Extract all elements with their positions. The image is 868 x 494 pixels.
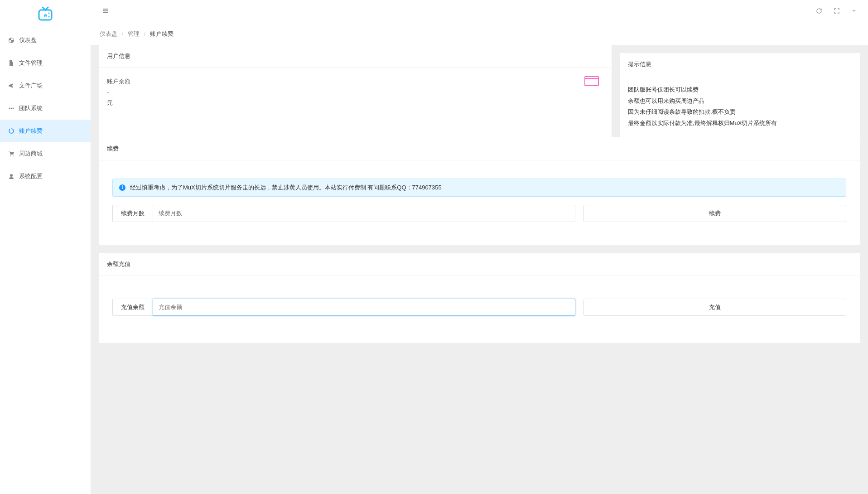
svg-point-2 (48, 13, 50, 14)
sidebar-item-label: 仪表盘 (19, 36, 37, 44)
svg-point-6 (13, 108, 14, 109)
sidebar-item-config[interactable]: 系统配置 (0, 165, 91, 188)
alert-info: i 经过慎重考虑，为了MuX切片系统切片服务走的长远，禁止涉黄人员使用。本站实行… (112, 179, 846, 197)
svg-point-7 (10, 155, 11, 156)
amount-input[interactable] (153, 299, 575, 316)
svg-point-4 (9, 108, 10, 109)
svg-point-8 (13, 155, 14, 156)
info-icon: i (119, 184, 125, 191)
share-icon (8, 82, 14, 89)
user-info-title: 用户信息 (99, 45, 612, 68)
fullscreen-icon[interactable] (834, 8, 840, 15)
sidebar-item-square[interactable]: 文件广场 (0, 74, 91, 97)
renew-title: 续费 (99, 137, 860, 160)
svg-text:e: e (44, 12, 47, 19)
sidebar-item-dashboard[interactable]: 仪表盘 (0, 29, 91, 52)
months-label: 续费月数 (112, 205, 153, 222)
tip-line: 最终金额以实际付款为准,最终解释权归MuX切片系统所有 (628, 118, 852, 129)
tip-line: 因为未仔细阅读条款导致的扣款,概不负责 (628, 107, 852, 118)
breadcrumb-current: 账户续费 (150, 30, 174, 37)
menu-toggle-icon[interactable] (102, 7, 109, 16)
breadcrumb-item[interactable]: 仪表盘 (100, 30, 117, 37)
recharge-button[interactable]: 充值 (583, 299, 846, 316)
sidebar-item-label: 团队系统 (19, 104, 43, 112)
svg-point-3 (48, 16, 50, 18)
tip-line: 余额也可以用来购买周边产品 (628, 96, 852, 107)
svg-point-9 (10, 174, 13, 177)
balance-label: 账户余额 (107, 76, 130, 87)
sidebar-item-label: 账户续费 (19, 127, 43, 135)
amount-label: 充值余额 (112, 299, 153, 316)
ellipsis-icon (8, 105, 14, 111)
sidebar-item-files[interactable]: 文件管理 (0, 52, 91, 74)
file-icon (8, 60, 14, 66)
sidebar-item-team[interactable]: 团队系统 (0, 97, 91, 120)
alert-text: 经过慎重考虑，为了MuX切片系统切片服务走的长远，禁止涉黄人员使用。本站实行付费… (130, 184, 442, 192)
refresh-icon (8, 128, 14, 134)
months-input[interactable] (153, 205, 575, 222)
dropdown-icon[interactable] (851, 8, 857, 15)
recharge-title: 余额充值 (99, 253, 860, 276)
balance-unit: 元 (107, 97, 130, 108)
renew-button[interactable]: 续费 (583, 205, 846, 222)
dashboard-icon (8, 37, 14, 44)
cart-icon (8, 150, 14, 157)
tips-title: 提示信息 (620, 53, 860, 76)
refresh-icon[interactable] (816, 8, 822, 15)
svg-point-5 (11, 108, 12, 109)
logo: e (0, 0, 91, 29)
user-icon (8, 173, 14, 179)
credit-card-icon (584, 76, 599, 86)
sidebar-item-shop[interactable]: 周边商城 (0, 142, 91, 165)
sidebar-item-label: 系统配置 (19, 172, 43, 180)
balance-value: - (107, 87, 130, 97)
tip-line: 团队版账号仅团长可以续费 (628, 84, 852, 96)
breadcrumb: 仪表盘 / 管理 / 账户续费 (91, 23, 868, 45)
sidebar-item-label: 文件广场 (19, 82, 43, 90)
sidebar-item-label: 周边商城 (19, 150, 43, 158)
sidebar-item-renew[interactable]: 账户续费 (0, 120, 91, 142)
breadcrumb-item[interactable]: 管理 (128, 30, 140, 37)
sidebar-item-label: 文件管理 (19, 59, 43, 67)
